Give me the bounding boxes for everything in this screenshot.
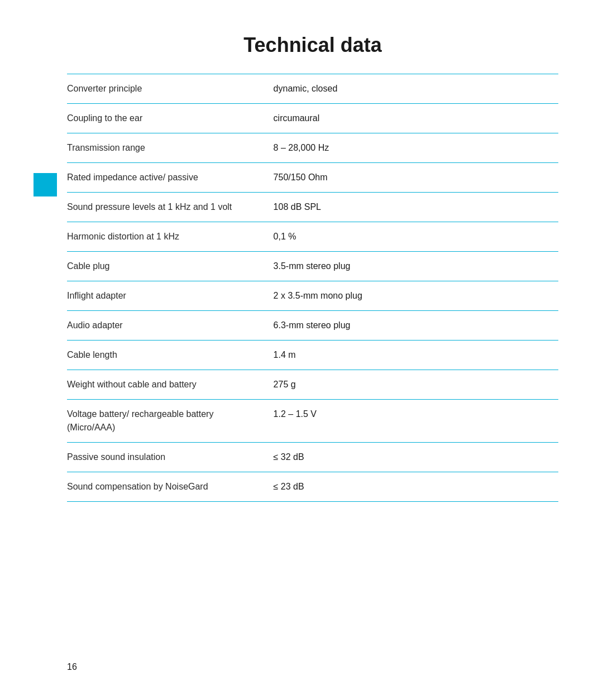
- page-container: Technical data Converter principledynami…: [0, 0, 603, 700]
- row-value: 2 x 3.5-mm mono plug: [274, 281, 558, 311]
- table-row: Cable plug3.5-mm stereo plug: [67, 252, 558, 281]
- table-row: Sound pressure levels at 1 kHz and 1 vol…: [67, 193, 558, 222]
- row-label: Sound pressure levels at 1 kHz and 1 vol…: [67, 193, 274, 222]
- row-label: Coupling to the ear: [67, 104, 274, 133]
- row-label: Audio adapter: [67, 311, 274, 341]
- table-row: Weight without cable and battery275 g: [67, 370, 558, 400]
- row-label: Weight without cable and battery: [67, 370, 274, 400]
- row-label: Cable length: [67, 341, 274, 370]
- blue-marker: [34, 173, 57, 196]
- row-value: 8 – 28,000 Hz: [274, 133, 558, 163]
- row-value: 0,1 %: [274, 222, 558, 252]
- row-label: Transmission range: [67, 133, 274, 163]
- row-value: dynamic, closed: [274, 74, 558, 104]
- table-row: Coupling to the earcircumaural: [67, 104, 558, 133]
- row-label: Sound compensation by NoiseGard: [67, 472, 274, 502]
- page-title: Technical data: [67, 33, 558, 57]
- table-row: Sound compensation by NoiseGard≤ 23 dB: [67, 472, 558, 502]
- row-value: 108 dB SPL: [274, 193, 558, 222]
- row-label: Cable plug: [67, 252, 274, 281]
- table-row: Transmission range8 – 28,000 Hz: [67, 133, 558, 163]
- table-row: Inflight adapter2 x 3.5-mm mono plug: [67, 281, 558, 311]
- row-label: Voltage battery/ rechargeable battery (M…: [67, 400, 274, 443]
- table-row: Audio adapter6.3-mm stereo plug: [67, 311, 558, 341]
- row-value: circumaural: [274, 104, 558, 133]
- row-value: 1.2 – 1.5 V: [274, 400, 558, 443]
- row-value: 6.3-mm stereo plug: [274, 311, 558, 341]
- table-row: Rated impedance active/ passive750/150 O…: [67, 163, 558, 193]
- table-row: Converter principledynamic, closed: [67, 74, 558, 104]
- row-label: Passive sound insulation: [67, 443, 274, 472]
- row-value: ≤ 32 dB: [274, 443, 558, 472]
- row-value: 750/150 Ohm: [274, 163, 558, 193]
- row-value: 1.4 m: [274, 341, 558, 370]
- table-row: Voltage battery/ rechargeable battery (M…: [67, 400, 558, 443]
- table-row: Harmonic distortion at 1 kHz0,1 %: [67, 222, 558, 252]
- tech-data-table: Converter principledynamic, closedCoupli…: [67, 74, 558, 502]
- row-value: 3.5-mm stereo plug: [274, 252, 558, 281]
- row-value: 275 g: [274, 370, 558, 400]
- row-label: Converter principle: [67, 74, 274, 104]
- row-label: Harmonic distortion at 1 kHz: [67, 222, 274, 252]
- row-label: Rated impedance active/ passive: [67, 163, 274, 193]
- row-label: Inflight adapter: [67, 281, 274, 311]
- table-row: Cable length1.4 m: [67, 341, 558, 370]
- row-value: ≤ 23 dB: [274, 472, 558, 502]
- page-number: 16: [67, 662, 77, 672]
- table-row: Passive sound insulation≤ 32 dB: [67, 443, 558, 472]
